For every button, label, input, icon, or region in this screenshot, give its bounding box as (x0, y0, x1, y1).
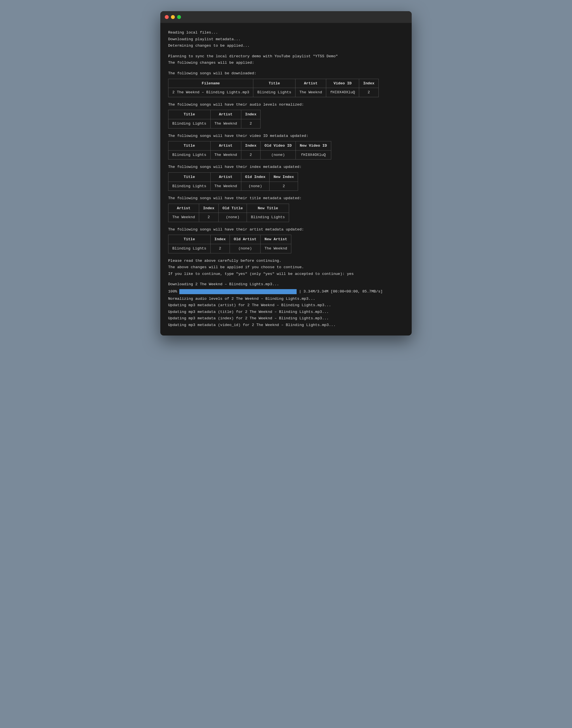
progress-bar (179, 289, 297, 294)
download-col-artist: Artist (295, 79, 326, 88)
table-row: The Weeknd2(none)Blinding Lights (168, 213, 289, 222)
init-line-3: Determining changes to be applied... (168, 43, 404, 49)
index-col-artist: Artist (210, 172, 241, 182)
download-progress-label: Downloading 2 The Weeknd – Blinding Ligh… (168, 281, 404, 287)
download-col-index: Index (359, 79, 379, 88)
table-row: Blinding Lights2(none)The Weeknd (168, 244, 291, 253)
progress-info: | 3.34M/3.34M [00:00<00:00, 85.7MB/s] (299, 288, 383, 295)
post-dl-line-3: Updating mp3 metadata (title) for 2 The … (168, 309, 404, 315)
videoid-col-new: New Video ID (296, 141, 331, 150)
confirm-line-3: If you like to continue, type "yes" (onl… (168, 271, 404, 277)
artist-col-title: Title (168, 235, 211, 244)
normalize-col-title: Title (168, 110, 211, 119)
changes-line: The following changes will be applied: (168, 60, 404, 66)
confirm-line-1: Please read the above carefully before c… (168, 258, 404, 264)
videoid-col-title: Title (168, 141, 211, 150)
minimize-button[interactable] (171, 15, 175, 19)
download-col-filename: Filename (168, 79, 253, 88)
post-dl-line-5: Updating mp3 metadata (video_id) for 2 T… (168, 322, 404, 328)
table-row: Blinding LightsThe Weeknd2(none)fHI8X4OX… (168, 150, 331, 159)
index-table: Title Artist Old Index New Index Blindin… (168, 172, 298, 191)
videoid-table: Title Artist Index Old Video ID New Vide… (168, 141, 331, 159)
artist-col-new: New Artist (261, 235, 291, 244)
table-row: Blinding LightsThe Weeknd2 (168, 119, 261, 128)
download-col-videoid: Video ID (326, 79, 359, 88)
videoid-section-label: The following songs will have their vide… (168, 133, 404, 139)
videoid-col-artist: Artist (210, 141, 241, 150)
index-col-new: New Index (270, 172, 298, 182)
titlebar (160, 11, 412, 23)
init-line-1: Reading local files... (168, 29, 404, 36)
normalize-col-artist: Artist (210, 110, 241, 119)
confirm-line-2: The above changes will be applied if you… (168, 264, 404, 270)
artist-section-label: The following songs will have their arti… (168, 226, 404, 233)
artist-col-index: Index (210, 235, 230, 244)
normalize-section-label: The following songs will have their audi… (168, 102, 404, 108)
videoid-col-old: Old Video ID (261, 141, 296, 150)
artist-table: Title Index Old Artist New Artist Blindi… (168, 235, 291, 253)
terminal-content: Reading local files... Downloading playl… (160, 23, 412, 335)
index-col-old: Old Index (241, 172, 270, 182)
index-section-label: The following songs will have their inde… (168, 164, 404, 170)
terminal-window: Reading local files... Downloading playl… (160, 11, 412, 335)
post-dl-line-2: Updating mp3 metadata (artist) for 2 The… (168, 302, 404, 309)
table-row: 2 The Weeknd – Blinding Lights.mp3Blindi… (168, 88, 379, 97)
planning-line: Planning to sync the local directory dem… (168, 53, 404, 60)
title-section-label: The following songs will have their titl… (168, 195, 404, 201)
normalize-table: Title Artist Index Blinding LightsThe We… (168, 110, 261, 128)
download-col-title: Title (253, 79, 295, 88)
artist-col-old: Old Artist (230, 235, 261, 244)
title-col-artist: Artist (168, 204, 199, 213)
index-col-title: Title (168, 172, 211, 182)
download-table: Filename Title Artist Video ID Index 2 T… (168, 79, 379, 97)
title-col-old: Old Title (218, 204, 247, 213)
videoid-col-index: Index (241, 141, 261, 150)
title-table: Artist Index Old Title New Title The Wee… (168, 204, 289, 222)
table-row: Blinding LightsThe Weeknd(none)2 (168, 182, 298, 191)
init-line-2: Downloading playlist metadata... (168, 36, 404, 43)
progress-percent: 100% (168, 288, 177, 295)
progress-bar-row: 100% | 3.34M/3.34M [00:00<00:00, 85.7MB/… (168, 288, 404, 295)
post-dl-line-1: Normalizing audio levels of 2 The Weeknd… (168, 296, 404, 302)
normalize-col-index: Index (241, 110, 261, 119)
post-dl-line-4: Updating mp3 metadata (index) for 2 The … (168, 315, 404, 322)
download-section-label: The following songs will be downloaded: (168, 70, 404, 76)
close-button[interactable] (165, 15, 169, 19)
maximize-button[interactable] (177, 15, 181, 19)
title-col-new: New Title (247, 204, 289, 213)
title-col-index: Index (199, 204, 219, 213)
